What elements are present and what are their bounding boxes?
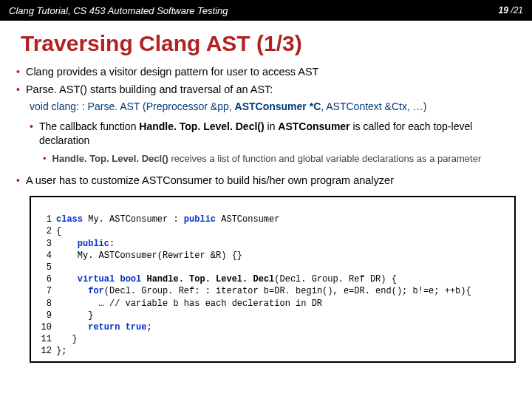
line-number: 4 bbox=[37, 250, 52, 262]
bullet-2a: • The callback function Handle. Top. Lev… bbox=[16, 118, 516, 149]
code-text: (Decl. Group. Ref DR) { bbox=[274, 274, 397, 284]
slide-header: Clang Tutorial, CS 453 Automated Softwar… bbox=[0, 0, 532, 21]
code-text: ASTConsumer bbox=[216, 214, 279, 225]
b3a-post: receives a list of function and global v… bbox=[168, 153, 481, 164]
code-kw: public bbox=[184, 214, 216, 225]
bullet-1: • Clang provides a visitor design patter… bbox=[16, 64, 516, 81]
b2a-pre: The callback function bbox=[39, 120, 139, 132]
page-indicator: 19 /21 bbox=[499, 5, 523, 16]
bullet-3a-text: Handle. Top. Level. Decl() receives a li… bbox=[52, 152, 482, 166]
line-number: 1 bbox=[37, 214, 52, 225]
bullet-2: • Parse. AST() starts building and trave… bbox=[16, 81, 516, 99]
line-number: 7 bbox=[37, 285, 52, 297]
bullet-dot-icon: • bbox=[16, 83, 20, 98]
bullet-1-text: Clang provides a visitor design pattern … bbox=[26, 65, 319, 80]
bullet-dot-icon: • bbox=[43, 152, 47, 166]
header-title: Clang Tutorial, CS 453 Automated Softwar… bbox=[9, 5, 228, 16]
b2a-bold1: Handle. Top. Level. Decl() bbox=[139, 120, 267, 132]
page-total: 21 bbox=[514, 5, 523, 16]
bullet-dot-icon: • bbox=[30, 120, 33, 148]
bullet-2-post: starts building and traversal of an AST: bbox=[87, 83, 273, 95]
sig-arg-bold: ASTConsumer *C bbox=[235, 100, 321, 112]
code-kw: true bbox=[120, 322, 146, 332]
code-kw: return bbox=[88, 322, 120, 332]
code-text: } bbox=[56, 334, 78, 344]
bullet-2-text: Parse. AST() starts building and travers… bbox=[26, 83, 273, 98]
line-number: 11 bbox=[37, 333, 52, 345]
code-kw: bool bbox=[115, 274, 141, 284]
sig-args-close: , ASTContext &Ctx, …) bbox=[321, 100, 426, 112]
bullet-dot-icon: • bbox=[16, 174, 20, 188]
b3a-bold: Handle. Top. Level. Decl() bbox=[52, 153, 168, 164]
line-number: 10 bbox=[37, 321, 52, 333]
code-text: … // variable b has each decleration in … bbox=[56, 299, 322, 309]
line-number: 8 bbox=[37, 298, 52, 310]
code-block-frame: 1class My. ASTConsumer : public ASTConsu… bbox=[30, 196, 516, 363]
inline-code: Parse. AST() bbox=[26, 83, 87, 95]
line-number: 9 bbox=[37, 310, 52, 321]
bullet-2a-text: The callback function Handle. Top. Level… bbox=[39, 120, 516, 148]
line-number: 12 bbox=[37, 345, 52, 357]
sig-keyword: void bbox=[30, 100, 52, 112]
bullet-dot-icon: • bbox=[16, 65, 20, 80]
sig-args-open: (Preprocessor &pp, bbox=[143, 100, 235, 112]
slide-content: • Clang provides a visitor design patter… bbox=[0, 64, 532, 190]
bullet-3-text: A user has to customize ASTConsumer to b… bbox=[26, 174, 394, 188]
sig-fn: clang: : Parse. AST bbox=[52, 100, 143, 112]
code-text: : bbox=[109, 239, 115, 249]
code-text: My. ASTConsumer : bbox=[83, 214, 184, 225]
b2a-bold2: ASTConsumer bbox=[278, 120, 352, 132]
code-kw: class bbox=[56, 214, 83, 225]
code-text: ; bbox=[146, 322, 151, 332]
code-text: (Decl. Group. Ref: : iterator b=DR. begi… bbox=[104, 286, 471, 296]
code-kw: virtual bbox=[78, 274, 115, 284]
line-number: 3 bbox=[37, 238, 52, 250]
b2a-mid: in bbox=[267, 120, 279, 132]
function-signature: void clang: : Parse. AST (Preprocessor &… bbox=[16, 98, 516, 118]
line-number: 2 bbox=[37, 225, 52, 237]
code-text: } bbox=[56, 310, 93, 321]
code-text: }; bbox=[56, 346, 66, 356]
slide-title: Traversing Clang AST (1/3) bbox=[0, 21, 532, 64]
line-number: 6 bbox=[37, 273, 52, 285]
line-number: 5 bbox=[37, 262, 52, 273]
code-kw: public bbox=[78, 239, 109, 249]
code-kw: for bbox=[88, 286, 104, 296]
page-current: 19 bbox=[499, 5, 508, 16]
code-text: My. ASTConsumer(Rewriter &R) {} bbox=[56, 250, 242, 261]
code-fn: Handle. Top. Level. Decl bbox=[141, 274, 274, 284]
code-block: 1class My. ASTConsumer : public ASTConsu… bbox=[37, 202, 508, 357]
bullet-3: • A user has to customize ASTConsumer to… bbox=[16, 172, 516, 190]
page-sep: / bbox=[508, 5, 514, 16]
code-text: { bbox=[56, 226, 61, 236]
bullet-3a: • Handle. Top. Level. Decl() receives a … bbox=[16, 149, 516, 168]
